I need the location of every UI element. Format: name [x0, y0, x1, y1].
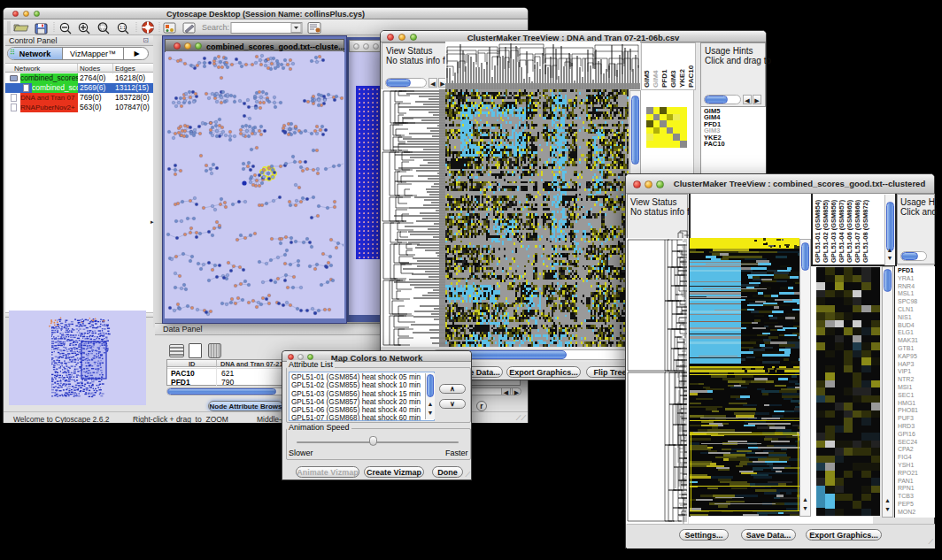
svg-text:GPL51-03 (GSM856): GPL51-03 (GSM856) — [830, 199, 838, 263]
svg-text:GPL51-06 (GSM865): GPL51-06 (GSM865) — [845, 199, 853, 263]
svg-text:GIM4: GIM4 — [652, 70, 660, 88]
svg-text:GPL51-07 (GSM868): GPL51-07 (GSM868) — [853, 199, 861, 263]
svg-text:GIM5: GIM5 — [643, 70, 651, 88]
svg-text:PFD1: PFD1 — [660, 69, 668, 88]
svg-text:YKE2: YKE2 — [678, 69, 686, 88]
svg-text:GPL51-02 (GSM855): GPL51-02 (GSM855) — [822, 199, 830, 263]
svg-text:PAC10: PAC10 — [687, 65, 695, 88]
svg-text:Search:: Search: — [202, 23, 229, 32]
svg-text:1:1: 1:1 — [120, 25, 126, 30]
svg-text:GIM3: GIM3 — [669, 70, 677, 88]
svg-text:GPL51-04 (GSM857): GPL51-04 (GSM857) — [838, 199, 845, 263]
svg-text:GPL51-01 (GSM854): GPL51-01 (GSM854) — [814, 199, 822, 263]
svg-text:GPL51-08 (GSM872): GPL51-08 (GSM872) — [861, 199, 869, 263]
